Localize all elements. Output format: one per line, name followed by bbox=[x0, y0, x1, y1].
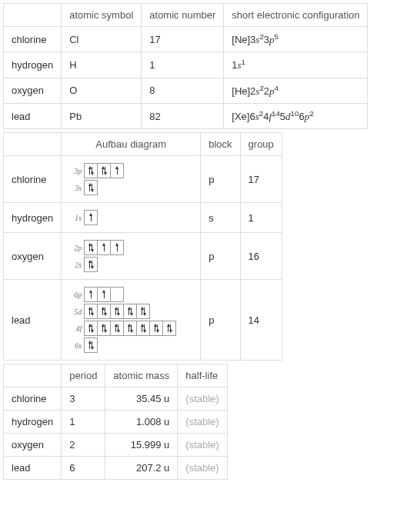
orbital-box bbox=[149, 321, 163, 336]
orbital-row: 3s bbox=[69, 180, 192, 195]
orbital-box bbox=[84, 337, 98, 353]
electron-down-icon bbox=[92, 308, 92, 315]
orbital-label: 3s bbox=[69, 184, 82, 192]
table-row: chlorine335.45 u(stable) bbox=[4, 387, 228, 411]
table-row: hydrogen1ss1 bbox=[4, 203, 282, 233]
orbital-row: 4f bbox=[69, 321, 192, 336]
element-name: oxygen bbox=[4, 434, 62, 457]
orbital-box bbox=[136, 321, 150, 336]
table-row: chlorineCl17[Ne]3s23p5 bbox=[4, 27, 368, 52]
atomic-mass: 15.999 u bbox=[105, 434, 178, 457]
table-row: oxygen215.999 u(stable) bbox=[4, 434, 228, 457]
table-row: lead6207.2 u(stable) bbox=[4, 457, 228, 480]
element-name: lead bbox=[4, 457, 62, 480]
orbital-row: 6s bbox=[69, 337, 192, 353]
col-header bbox=[4, 4, 62, 27]
orbital-row: 6p bbox=[69, 287, 192, 302]
col-header: short electronic configuration bbox=[224, 4, 368, 27]
orbital-box bbox=[97, 240, 111, 255]
col-header: block bbox=[201, 133, 240, 156]
orbital-box bbox=[110, 321, 124, 336]
electron-down-icon bbox=[131, 324, 132, 332]
period-mass-table: periodatomic masshalf-lifechlorine335.45… bbox=[3, 364, 228, 480]
period: 1 bbox=[62, 411, 105, 434]
electron-down-icon bbox=[105, 324, 105, 332]
electron-down-icon bbox=[92, 184, 92, 191]
element-name: chlorine bbox=[4, 156, 62, 203]
orbital-box bbox=[84, 240, 98, 255]
electron-config: [Ne]3s23p5 bbox=[224, 27, 368, 52]
orbital-box bbox=[84, 287, 98, 302]
col-header: atomic mass bbox=[105, 364, 178, 387]
electron-down-icon bbox=[92, 341, 92, 349]
col-header: group bbox=[240, 133, 282, 156]
block: p bbox=[201, 280, 240, 361]
orbital-label: 6s bbox=[69, 341, 82, 350]
element-name: hydrogen bbox=[4, 203, 62, 233]
col-header: half-life bbox=[178, 364, 227, 387]
element-name: hydrogen bbox=[4, 52, 62, 78]
element-name: oxygen bbox=[4, 78, 62, 103]
atomic-properties-table: atomic symbolatomic numbershort electron… bbox=[3, 3, 368, 129]
aufbau-diagram: 2p2s bbox=[62, 233, 201, 280]
atomic-number: 17 bbox=[142, 27, 224, 52]
orbital-box bbox=[123, 321, 137, 336]
atomic-symbol: H bbox=[62, 52, 142, 78]
half-life: (stable) bbox=[178, 434, 227, 457]
electron-down-icon bbox=[105, 167, 105, 175]
orbital-label: 5d bbox=[69, 308, 82, 316]
orbital-label: 1s bbox=[69, 214, 82, 222]
electron-config: 1s1 bbox=[224, 52, 368, 78]
col-header: atomic number bbox=[142, 4, 224, 27]
orbital-box bbox=[110, 240, 124, 255]
table-row: oxygenO8[He]2s22p4 bbox=[4, 78, 368, 103]
electron-config: [He]2s22p4 bbox=[224, 78, 368, 103]
col-header: period bbox=[62, 364, 105, 387]
atomic-mass: 207.2 u bbox=[105, 457, 178, 480]
half-life: (stable) bbox=[178, 457, 227, 480]
orbital-box bbox=[136, 304, 150, 319]
orbital-box bbox=[84, 304, 98, 319]
orbital-box bbox=[97, 304, 111, 319]
half-life: (stable) bbox=[178, 387, 227, 411]
orbital-box bbox=[162, 321, 176, 336]
element-name: hydrogen bbox=[4, 411, 62, 434]
orbital-box bbox=[110, 163, 124, 178]
period: 3 bbox=[62, 387, 105, 411]
atomic-number: 82 bbox=[142, 103, 224, 128]
orbital-label: 2s bbox=[69, 261, 82, 269]
block: p bbox=[201, 233, 240, 280]
orbital-row: 2p bbox=[69, 240, 192, 255]
block: p bbox=[201, 156, 240, 203]
element-name: chlorine bbox=[4, 387, 62, 411]
orbital-row: 5d bbox=[69, 304, 192, 319]
electron-down-icon bbox=[144, 324, 145, 332]
table-row: lead6p5d4f6sp14 bbox=[4, 280, 282, 361]
col-header bbox=[4, 133, 62, 156]
orbital-box bbox=[97, 163, 111, 178]
aufbau-diagram: 6p5d4f6s bbox=[62, 280, 201, 361]
element-name: chlorine bbox=[4, 27, 62, 52]
group: 14 bbox=[240, 280, 282, 361]
atomic-mass: 35.45 u bbox=[105, 387, 178, 411]
electron-up-icon bbox=[104, 291, 105, 298]
orbital-box bbox=[84, 210, 98, 225]
electron-up-icon bbox=[117, 167, 118, 175]
orbital-box bbox=[84, 321, 98, 336]
orbital-box bbox=[84, 257, 98, 272]
orbital-label: 4f bbox=[69, 324, 82, 333]
element-name: lead bbox=[4, 103, 62, 128]
orbital-row: 1s bbox=[69, 210, 192, 225]
electron-up-icon bbox=[91, 214, 92, 221]
group: 16 bbox=[240, 233, 282, 280]
period: 6 bbox=[62, 457, 105, 480]
electron-down-icon bbox=[157, 324, 158, 332]
table-row: chlorine3p3sp17 bbox=[4, 156, 282, 203]
electron-down-icon bbox=[92, 244, 92, 251]
orbital-box bbox=[110, 287, 124, 302]
electron-down-icon bbox=[92, 261, 92, 268]
orbital-box bbox=[84, 163, 98, 178]
table-row: hydrogenH11s1 bbox=[4, 52, 368, 78]
table-row: hydrogen11.008 u(stable) bbox=[4, 411, 228, 434]
electron-down-icon bbox=[118, 308, 118, 315]
